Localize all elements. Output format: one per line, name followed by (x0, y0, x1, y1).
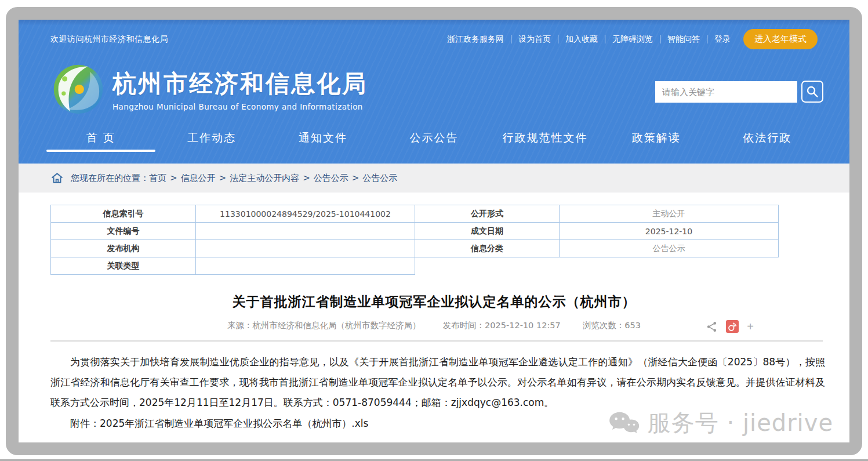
info-value-index-number: 113301000024894529/2025-1010441002 (196, 205, 415, 223)
breadcrumb-prefix: 您现在所在的位置： (71, 173, 149, 184)
share-toolbar: + (706, 320, 754, 333)
welcome-text: 欢迎访问杭州市经济和信息化局 (50, 34, 168, 45)
breadcrumb: 您现在所在的位置： 首页 > 信息公开 > 法定主动公开内容 > 公告公示 > … (71, 173, 397, 184)
search-input[interactable] (655, 81, 797, 103)
breadcrumb-separator: > (166, 173, 181, 183)
link-set-homepage[interactable]: 设为首页 (511, 35, 558, 43)
article-source: 来源：杭州市经济和信息化局（杭州市数字经济局） (227, 320, 421, 331)
article-title: 关于首批浙江省制造业单项冠军企业拟认定名单的公示（杭州市） (50, 293, 818, 311)
elder-mode-button[interactable]: 进入老年模式 (743, 29, 818, 49)
info-value-related-type (196, 257, 415, 275)
link-login[interactable]: 登录 (707, 35, 738, 43)
info-value-disclosure-form: 主动公开 (560, 205, 779, 223)
attachment-label: 附件： (70, 418, 100, 429)
nav-item-home[interactable]: 首 页 (45, 121, 157, 162)
info-label-related-type: 关联类型 (51, 257, 196, 275)
title-divider (50, 340, 823, 342)
breadcrumb-separator: > (348, 173, 363, 183)
info-value-document-number (196, 223, 415, 240)
search-icon (805, 85, 819, 99)
document-info-table: 信息索引号 113301000024894529/2025-1010441002… (50, 205, 779, 275)
search-box (655, 81, 823, 103)
link-accessibility[interactable]: 无障碍浏览 (605, 35, 660, 43)
nav-item-public-announcements[interactable]: 公示公告 (379, 121, 490, 162)
article-view-count: 浏览次数：653 (583, 320, 641, 331)
brand-row: 杭州市经济和信息化局 Hangzhou Municipal Bureau of … (19, 49, 849, 121)
article-paragraph: 为贯彻落实关于加快培育发展制造业优质企业的指导意见，以及《关于开展首批浙江省制造… (50, 352, 825, 413)
weibo-icon (726, 320, 739, 333)
breadcrumb-bar: 您现在所在的位置： 首页 > 信息公开 > 法定主动公开内容 > 公告公示 > … (19, 164, 849, 193)
weibo-share-button[interactable] (726, 320, 739, 333)
site-subtitle: Hangzhou Municipal Bureau of Economy and… (112, 102, 368, 111)
search-button[interactable] (801, 81, 823, 103)
breadcrumb-item-info-disclosure[interactable]: 信息公开 (181, 173, 216, 184)
breadcrumb-item-home[interactable]: 首页 (149, 173, 166, 184)
bureau-logo-globe-icon (52, 63, 104, 115)
breadcrumb-item-statutory-disclosure[interactable]: 法定主动公开内容 (230, 173, 299, 184)
info-value-info-category: 公告公示 (560, 240, 779, 257)
info-label-index-number: 信息索引号 (51, 205, 196, 223)
top-utility-bar: 欢迎访问杭州市经济和信息化局 浙江政务服务网 设为首页 加入收藏 无障碍浏览 智… (19, 20, 849, 49)
article-meta-row: 来源：杭州市经济和信息化局（杭州市数字经济局） 发布时间：2025-12-10 … (50, 320, 818, 334)
more-share-button[interactable]: + (747, 321, 754, 332)
home-icon[interactable] (50, 172, 64, 184)
attachment-link[interactable]: 2025年浙江省制造业单项冠军企业拟公示名单（杭州市）.xls (100, 418, 368, 429)
nav-item-law-based-administration[interactable]: 依法行政 (711, 121, 823, 162)
link-add-favorite[interactable]: 加入收藏 (558, 35, 605, 43)
screen: 欢迎访问杭州市经济和信息化局 浙江政务服务网 设为首页 加入收藏 无障碍浏览 智… (0, 0, 868, 461)
breadcrumb-item-announcements[interactable]: 公告公示 (314, 173, 348, 184)
link-zhejiang-gov-service[interactable]: 浙江政务服务网 (440, 35, 511, 43)
plus-icon: + (747, 321, 754, 332)
link-smart-qa[interactable]: 智能问答 (660, 35, 707, 43)
wechat-icon (608, 410, 640, 437)
breadcrumb-separator: > (216, 173, 230, 183)
breadcrumb-item-announcements-2[interactable]: 公告公示 (362, 173, 397, 184)
share-icon (706, 321, 718, 333)
info-value-issue-date: 2025-12-10 (560, 223, 779, 240)
info-value-issuing-agency (196, 240, 415, 257)
site-header: 欢迎访问杭州市经济和信息化局 浙江政务服务网 设为首页 加入收藏 无障碍浏览 智… (19, 20, 849, 164)
main-nav: 首 页 工作动态 通知文件 公示公告 行政规范性文件 政策解读 依法行政 (19, 121, 849, 162)
article-page: 信息索引号 113301000024894529/2025-1010441002… (19, 193, 849, 442)
utility-links: 浙江政务服务网 设为首页 加入收藏 无障碍浏览 智能问答 登录 进入老年模式 (440, 29, 818, 49)
site-title: 杭州市经济和信息化局 (112, 68, 368, 100)
article-publish-time: 发布时间：2025-12-10 12:57 (443, 320, 561, 331)
info-label-disclosure-form: 公开形式 (415, 205, 560, 223)
page-frame: 欢迎访问杭州市经济和信息化局 浙江政务服务网 设为首页 加入收藏 无障碍浏览 智… (6, 7, 862, 455)
share-button[interactable] (706, 321, 718, 333)
info-table-left: 信息索引号 113301000024894529/2025-1010441002… (50, 205, 415, 275)
watermark-text: 服务号 · jiedrive (648, 407, 833, 439)
nav-item-work-news[interactable]: 工作动态 (157, 121, 268, 162)
info-label-info-category: 信息分类 (415, 240, 560, 257)
info-label-issuing-agency: 发布机构 (51, 240, 196, 257)
watermark: 服务号 · jiedrive (608, 407, 833, 439)
breadcrumb-separator: > (299, 173, 314, 183)
info-label-document-number: 文件编号 (51, 223, 196, 240)
info-label-issue-date: 成文日期 (415, 223, 560, 240)
nav-item-notice-documents[interactable]: 通知文件 (267, 121, 379, 162)
nav-item-administrative-normative-documents[interactable]: 行政规范性文件 (489, 121, 601, 162)
nav-item-policy-interpretation[interactable]: 政策解读 (601, 121, 712, 162)
info-table-right: 公开形式 主动公开 成文日期 2025-12-10 信息分类 公告公示 (415, 205, 779, 275)
article-meta: 来源：杭州市经济和信息化局（杭州市数字经济局） 发布时间：2025-12-10 … (50, 320, 818, 331)
brand-text: 杭州市经济和信息化局 Hangzhou Municipal Bureau of … (112, 68, 368, 111)
